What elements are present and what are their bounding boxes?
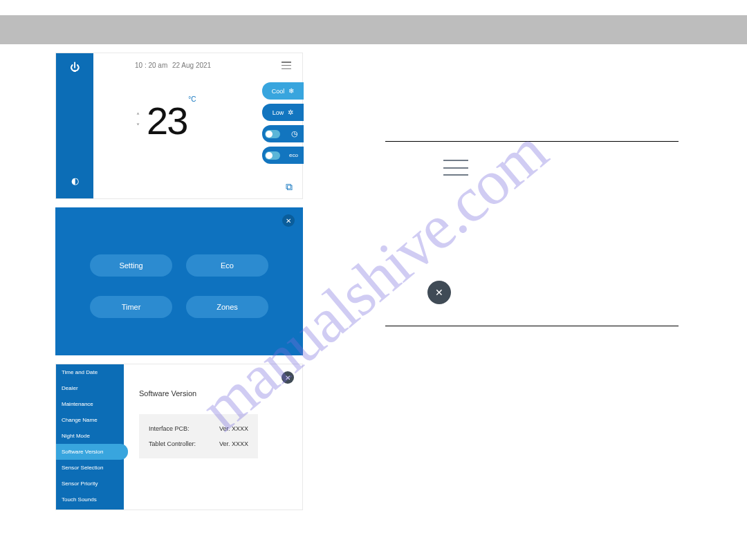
menu-label: Timer — [122, 303, 141, 311]
menu-eco-button[interactable]: Eco — [186, 254, 268, 277]
temperature-display: ˄ ˅ 23 °C — [136, 102, 195, 140]
temperature-stepper[interactable]: ˄ ˅ — [136, 112, 140, 130]
white-top-strip — [0, 0, 747, 15]
sidebar-item-label: Sensor Selection — [62, 465, 103, 471]
night-mode-icon[interactable]: ◐ — [56, 176, 93, 186]
sidebar-item-software-version[interactable]: Software Version — [56, 444, 128, 460]
sidebar-item-label: Time and Date — [62, 369, 98, 375]
close-icon[interactable]: ✕ — [282, 214, 295, 227]
sidebar-item-label: Maintenance — [62, 401, 93, 407]
switch-icon — [265, 151, 280, 160]
sidebar-item-label: Dealer — [62, 385, 78, 391]
fan-speed-button[interactable]: Low ✲ — [262, 104, 304, 121]
eco-toggle[interactable]: eco — [262, 147, 304, 164]
version-row: Interface PCB: Ver. XXXX — [149, 425, 248, 432]
hamburger-icon[interactable] — [443, 160, 468, 176]
grey-band — [0, 15, 747, 44]
menu-timer-button[interactable]: Timer — [90, 296, 172, 318]
version-row-value: Ver. XXXX — [219, 440, 248, 447]
settings-sidebar: Time and Date Dealer Maintenance Change … — [56, 364, 124, 510]
pill-label: Low — [273, 109, 284, 116]
sidebar-item-night-mode[interactable]: Night Mode — [56, 428, 124, 444]
menu-label: Eco — [221, 261, 234, 270]
menu-label: Setting — [119, 261, 142, 270]
eco-label: eco — [289, 152, 298, 158]
version-row-value: Ver. XXXX — [219, 425, 248, 432]
settings-menu-grid: Setting Eco Timer Zones — [55, 254, 303, 318]
home-sidebar: ⏻ ◐ — [56, 53, 93, 198]
version-box: Interface PCB: Ver. XXXX Tablet Controll… — [139, 414, 258, 458]
chevron-up-icon[interactable]: ˄ — [136, 112, 140, 120]
clock-icon: ◷ — [291, 129, 298, 138]
version-row-label: Tablet Controller: — [149, 440, 196, 447]
sidebar-item-label: Touch Sounds — [62, 496, 97, 503]
sidebar-item-sensor-selection[interactable]: Sensor Selection — [56, 460, 124, 476]
divider — [385, 141, 679, 142]
software-version-screen: Time and Date Dealer Maintenance Change … — [55, 364, 303, 510]
sidebar-item-maintenance[interactable]: Maintenance — [56, 396, 124, 412]
menu-setting-button[interactable]: Setting — [90, 254, 172, 277]
clock-time: 10 : 20 am — [135, 62, 167, 69]
switch-icon — [265, 130, 280, 138]
temperature-value: 23 — [147, 102, 187, 140]
menu-label: Zones — [216, 303, 238, 311]
settings-menu-screen: ✕ Setting Eco Timer Zones — [55, 207, 303, 355]
clock-date: 22 Aug 2021 — [172, 62, 211, 69]
sidebar-item-label: Night Mode — [62, 433, 90, 439]
temperature-unit: °C — [188, 95, 196, 103]
sidebar-item-touch-sounds[interactable]: Touch Sounds — [56, 492, 124, 507]
timer-toggle[interactable]: ◷ — [262, 125, 304, 142]
sidebar-item-label: Change Name — [62, 417, 98, 423]
home-main: 10 : 20 am 22 Aug 2021 ˄ ˅ 23 °C Cool ❄ … — [93, 53, 302, 198]
mode-cool-button[interactable]: Cool ❄ — [262, 82, 304, 100]
power-icon[interactable]: ⏻ — [56, 62, 93, 73]
software-version-panel: ✕ Software Version Interface PCB: Ver. X… — [124, 364, 302, 510]
pill-label: Cool — [272, 88, 285, 95]
fan-icon: ✲ — [288, 109, 293, 116]
version-row-label: Interface PCB: — [149, 425, 190, 432]
version-row: Tablet Controller: Ver. XXXX — [149, 440, 248, 447]
sidebar-item-dealer[interactable]: Dealer — [56, 380, 124, 396]
sidebar-item-change-name[interactable]: Change Name — [56, 412, 124, 428]
mode-buttons: Cool ❄ Low ✲ ◷ eco — [262, 82, 304, 164]
snowflake-icon: ❄ — [288, 87, 294, 95]
menu-zones-button[interactable]: Zones — [186, 296, 268, 318]
chevron-down-icon[interactable]: ˅ — [136, 122, 140, 130]
close-icon[interactable]: ✕ — [427, 281, 451, 304]
hamburger-icon[interactable] — [282, 62, 291, 69]
divider — [385, 326, 679, 326]
panel-title: Software Version — [139, 389, 290, 398]
sidebar-item-sensor-priority[interactable]: Sensor Priority — [56, 476, 124, 492]
link-icon[interactable]: ⧉ — [286, 181, 293, 193]
home-screen: ⏻ ◐ 10 : 20 am 22 Aug 2021 ˄ ˅ 23 °C Coo… — [55, 53, 303, 199]
close-icon[interactable]: ✕ — [282, 371, 294, 384]
sidebar-item-label: Software Version — [62, 449, 103, 455]
sidebar-item-time-and-date[interactable]: Time and Date — [56, 364, 124, 380]
sidebar-item-label: Sensor Priority — [62, 480, 98, 487]
